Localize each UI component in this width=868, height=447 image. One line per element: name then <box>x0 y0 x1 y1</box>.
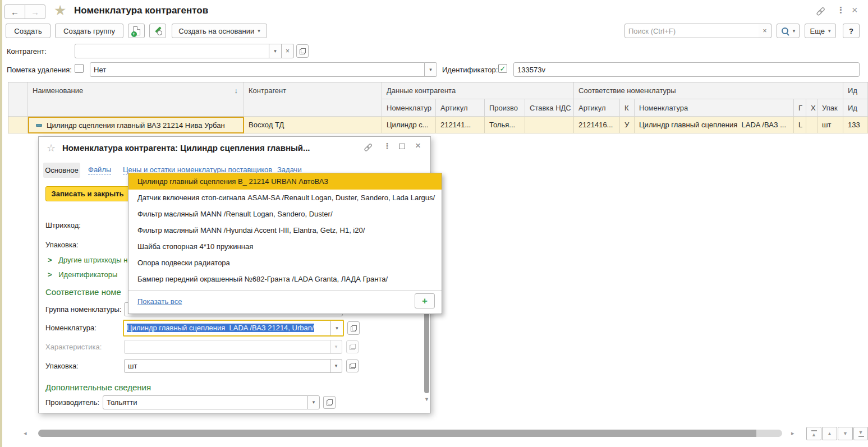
suggestion-item[interactable]: Бампер передний окрашенный №682-Гранта /… <box>128 271 442 287</box>
hscroll-thumb[interactable] <box>38 430 756 437</box>
counterparty-open-button[interactable] <box>296 44 309 58</box>
column-header-vat[interactable]: Ставка НДС <box>525 99 574 117</box>
characteristic-open-button[interactable] <box>346 340 359 353</box>
show-all-link[interactable]: Показать все <box>137 297 182 306</box>
table-row-producer-cell[interactable]: Толья... <box>485 117 525 133</box>
nav-back-button[interactable]: ← <box>4 4 25 19</box>
modal-link-icon[interactable] <box>363 142 374 152</box>
table-row-x-cell[interactable] <box>806 117 818 133</box>
table-row-vat-cell[interactable] <box>525 117 574 133</box>
producer-field[interactable] <box>103 395 308 409</box>
characteristic-field[interactable] <box>124 340 330 354</box>
column-label: Ид <box>848 104 857 112</box>
table-row-article-cell[interactable]: 212141... <box>436 117 485 133</box>
modal-star-icon[interactable]: ☆ <box>47 142 56 154</box>
copy-item-button[interactable] <box>128 24 145 38</box>
table-row-nomenclature-short-cell[interactable]: Цилиндр с... <box>382 117 436 133</box>
table-row-name-cell[interactable]: Цилиндр сцепления главный ВАЗ 21214 Нива… <box>28 117 244 133</box>
modal-maximize-icon[interactable] <box>399 144 405 149</box>
nav-forward-button[interactable]: → <box>25 4 45 19</box>
go-last-row-button[interactable]: ▼ <box>853 427 868 440</box>
search-input[interactable] <box>624 24 759 38</box>
hscroll-thumb-light[interactable] <box>756 430 782 437</box>
column-header-nomenclature-short[interactable]: Номенклатур <box>382 99 436 117</box>
search-button[interactable]: ▾ <box>777 24 800 38</box>
nomenclature-dropdown-button[interactable]: ▾ <box>330 321 343 335</box>
go-first-row-button[interactable]: ▲ <box>806 427 821 440</box>
column-header-g[interactable]: Г <box>794 99 806 117</box>
favorite-star-icon[interactable]: ★ <box>54 2 66 19</box>
table-row-g-cell[interactable]: L <box>794 117 806 133</box>
column-header-counterparty[interactable]: Контрагент <box>244 82 382 117</box>
hscroll-left-icon[interactable]: ◂ <box>24 430 27 437</box>
identifier-checkbox[interactable]: ✓ <box>498 64 507 73</box>
table-row-counterparty-cell[interactable]: Восход ТД <box>244 117 382 133</box>
column-header-producer[interactable]: Произво <box>485 99 525 117</box>
deletion-mark-checkbox[interactable] <box>75 64 84 73</box>
producer-open-button[interactable] <box>323 396 336 409</box>
producer-dropdown-button[interactable]: ▾ <box>307 395 320 409</box>
counterparty-clear-button[interactable]: × <box>281 44 294 58</box>
packaging-open-button[interactable] <box>346 360 359 372</box>
packaging-dropdown-button[interactable]: ▾ <box>330 359 342 373</box>
column-header-pack[interactable]: Упак <box>818 99 843 117</box>
create-button[interactable]: Создать <box>6 24 50 38</box>
plus-icon: + <box>422 296 428 307</box>
suggestion-item[interactable]: Датчик включения стоп-сигнала ASAM-SA /R… <box>128 190 442 206</box>
window-menu-dots-icon[interactable]: ⋮ <box>837 5 845 15</box>
help-button[interactable]: ? <box>843 24 860 38</box>
edit-history-button[interactable] <box>149 24 166 38</box>
go-next-row-button[interactable]: ▼ <box>838 427 853 440</box>
tab-files[interactable]: Файлы <box>88 165 111 174</box>
group-header-identifier: Ид <box>843 82 868 99</box>
hscroll-right-icon[interactable]: ▸ <box>791 430 794 437</box>
modal-close-icon[interactable]: × <box>415 140 421 151</box>
deletion-mark-dropdown-button[interactable]: ▾ <box>424 62 437 77</box>
nomenclature-field[interactable]: Цилиндр главный сцепления LADA /ВАЗ 2121… <box>124 321 330 335</box>
suggestion-item-label: Фильтр масляный MANN /Renault Logan, San… <box>137 210 333 218</box>
suggestion-item[interactable]: Цилиндр главный сцепления В_ 21214 URBAN… <box>128 173 442 190</box>
table-row-k-cell[interactable]: У <box>620 117 635 133</box>
column-header-name[interactable]: Наименование ↓ <box>28 82 244 117</box>
deletion-mark-input[interactable] <box>90 62 425 77</box>
counterparty-filter-input[interactable] <box>75 44 269 58</box>
column-header-k[interactable]: К <box>620 99 635 117</box>
nomenclature-open-button[interactable] <box>347 321 360 335</box>
go-previous-row-button[interactable]: ▲ <box>822 427 837 440</box>
column-header-counterparty-label: Контрагент <box>249 86 286 95</box>
suggestion-item[interactable]: Фильтр масляный MANN /Hyundai Accent I-I… <box>128 222 442 238</box>
row-selector-cell[interactable] <box>8 117 28 133</box>
suggestion-item[interactable]: Опора подвески радиатора <box>128 255 442 271</box>
table-row-id-cell[interactable]: 133 <box>843 117 868 133</box>
identifiers-expander[interactable]: > Идентификаторы <box>48 270 117 279</box>
counterparty-dropdown-button[interactable]: ▾ <box>269 44 282 58</box>
create-group-button[interactable]: Создать группу <box>55 24 123 38</box>
more-button[interactable]: Еще ▾ <box>805 24 836 38</box>
row-selector-header[interactable] <box>8 82 28 117</box>
column-header-nomenclature[interactable]: Номенклатура <box>635 99 794 117</box>
modal-scroll-down-icon[interactable]: ▼ <box>424 397 429 402</box>
suggestion-item[interactable]: Фильтр масляный MANN /Renault Logan, San… <box>128 206 442 222</box>
group-header-match: Соответствие номенклатуры <box>574 82 843 99</box>
window-close-icon[interactable]: × <box>852 4 858 16</box>
table-row-article2-cell[interactable]: 2121416... <box>574 117 620 133</box>
tab-main[interactable]: Основное <box>43 163 80 178</box>
create-based-on-button[interactable]: Создать на основании ▾ <box>172 24 267 38</box>
column-header-x[interactable]: Х <box>806 99 818 117</box>
search-clear-button[interactable]: × <box>759 24 771 38</box>
modal-menu-dots-icon[interactable]: ⋮ <box>383 141 391 150</box>
column-header-identifier[interactable]: Ид <box>843 99 868 117</box>
table-row-pack-cell[interactable]: шт <box>818 117 843 133</box>
suggestion-item[interactable]: Шайба стопорная 4*10 пружинная <box>128 238 442 255</box>
column-header-article2[interactable]: Артикул <box>574 99 620 117</box>
other-barcodes-expander[interactable]: > Другие штрихкоды н <box>48 256 127 264</box>
link-icon[interactable] <box>815 6 826 16</box>
identifier-filter-input[interactable] <box>513 62 860 77</box>
packaging-label: Упаковка: <box>45 241 79 249</box>
packaging-field[interactable] <box>124 359 330 373</box>
column-header-article[interactable]: Артикул <box>436 99 485 117</box>
save-and-close-button[interactable]: Записать и закрыть <box>45 186 130 201</box>
add-new-button[interactable]: + <box>415 293 435 308</box>
characteristic-dropdown-button[interactable]: ▾ <box>330 340 342 354</box>
table-row-nomenclature-cell[interactable]: Цилиндр главный сцепления LADA /ВАЗ ... <box>635 117 794 133</box>
